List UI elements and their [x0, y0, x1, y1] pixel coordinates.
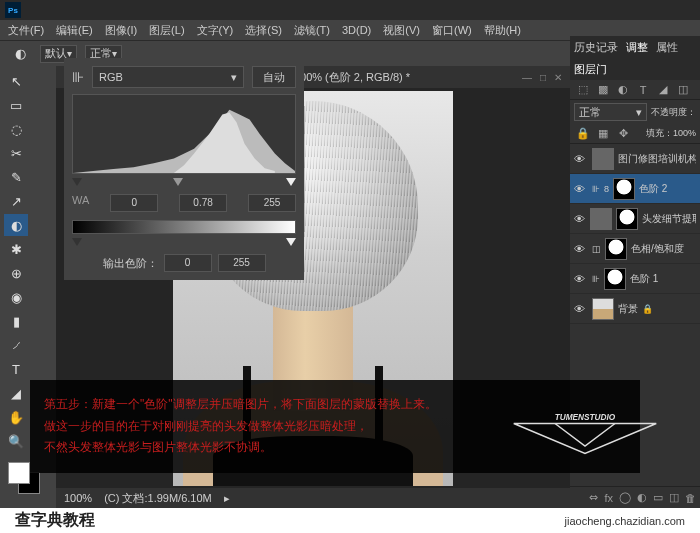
output-white-slider[interactable] [286, 238, 296, 246]
black-input[interactable]: 0 [110, 194, 158, 212]
gradient-tool[interactable]: ▮ [4, 310, 28, 332]
layer-name[interactable]: 头发细节提取 [642, 212, 696, 226]
auto-button[interactable]: 自动 [252, 66, 296, 88]
lasso-tool[interactable]: ◌ [4, 118, 28, 140]
filter-smart-icon[interactable]: ◫ [674, 82, 692, 98]
gamma-input[interactable]: 0.78 [179, 194, 227, 212]
layer-name[interactable]: 背景 [618, 302, 638, 316]
layer-thumb[interactable] [590, 208, 612, 230]
channel-select[interactable]: RGB▾ [92, 66, 244, 88]
menu-layer[interactable]: 图层(L) [149, 23, 184, 38]
filter-type-icon[interactable]: ⬚ [574, 82, 592, 98]
dodge-tool[interactable]: ◐ [4, 214, 28, 236]
shape-tool[interactable]: ◢ [4, 382, 28, 404]
black-point-slider[interactable] [72, 178, 82, 186]
tab-history[interactable]: 历史记录 [574, 40, 618, 55]
layers-panel-tabs: 图层门 [570, 58, 700, 80]
layer-row[interactable]: 👁 图门修图培训机构 [570, 144, 700, 174]
adjustment-icon[interactable]: ◐ [637, 491, 647, 504]
layer-blend-select[interactable]: 正常▾ [574, 103, 647, 121]
adj-icon: ⊪ [592, 184, 600, 194]
foreground-color[interactable] [8, 462, 30, 484]
zoom-tool[interactable]: 🔍 [4, 430, 28, 452]
new-layer-icon[interactable]: ◫ [669, 491, 679, 504]
output-black-input[interactable]: 0 [164, 254, 212, 272]
mask-thumb[interactable] [605, 238, 627, 260]
pen-tool[interactable]: ⟋ [4, 334, 28, 356]
output-white-input[interactable]: 255 [218, 254, 266, 272]
layer-name[interactable]: 色阶 1 [630, 272, 658, 286]
healing-tool[interactable]: ↗ [4, 190, 28, 212]
filter-adj-icon[interactable]: ◐ [614, 82, 632, 98]
link-icon[interactable]: ⇔ [589, 491, 598, 504]
layer-name[interactable]: 图门修图培训机构 [618, 152, 696, 166]
eraser-tool[interactable]: ◉ [4, 286, 28, 308]
crop-tool[interactable]: ✂ [4, 142, 28, 164]
filter-pixel-icon[interactable]: ▩ [594, 82, 612, 98]
layer-row[interactable]: 👁 ⊪ 8 色阶 2 [570, 174, 700, 204]
menu-type[interactable]: 文字(Y) [197, 23, 234, 38]
visibility-icon[interactable]: 👁 [574, 273, 588, 285]
layer-name[interactable]: 色相/饱和度 [631, 242, 684, 256]
minimize-icon[interactable]: — [522, 72, 532, 83]
move-tool[interactable]: ↖ [4, 70, 28, 92]
mask-thumb[interactable] [604, 268, 626, 290]
menu-select[interactable]: 选择(S) [245, 23, 282, 38]
layer-row[interactable]: 👁 头发细节提取 [570, 204, 700, 234]
marquee-tool[interactable]: ▭ [4, 94, 28, 116]
menu-edit[interactable]: 编辑(E) [56, 23, 93, 38]
visibility-icon[interactable]: 👁 [574, 243, 588, 255]
visibility-icon[interactable]: 👁 [574, 213, 586, 225]
trash-icon[interactable]: 🗑 [685, 492, 696, 504]
visibility-icon[interactable]: 👁 [574, 303, 588, 315]
menu-view[interactable]: 视图(V) [383, 23, 420, 38]
menu-image[interactable]: 图像(I) [105, 23, 137, 38]
output-black-slider[interactable] [72, 238, 82, 246]
tab-adjust[interactable]: 调整 [626, 40, 648, 55]
hand-tool[interactable]: ✋ [4, 406, 28, 428]
layer-row[interactable]: 👁 背景 🔒 [570, 294, 700, 324]
mask-icon[interactable]: ◯ [619, 491, 631, 504]
doc-info[interactable]: (C) 文档:1.99M/6.10M [104, 491, 212, 506]
lock-pos-icon[interactable]: ✥ [614, 126, 632, 142]
app-logo-icon: Ps [5, 2, 21, 18]
visibility-icon[interactable]: 👁 [574, 183, 588, 195]
link-icon[interactable]: 8 [604, 184, 609, 194]
type-tool[interactable]: T [4, 358, 28, 380]
close-icon[interactable]: ✕ [554, 72, 562, 83]
maximize-icon[interactable]: □ [540, 72, 546, 83]
menu-help[interactable]: 帮助(H) [484, 23, 521, 38]
lock-pixel-icon[interactable]: ▦ [594, 126, 612, 142]
layer-row[interactable]: 👁 ⊪ 色阶 1 [570, 264, 700, 294]
layer-thumb[interactable] [592, 148, 614, 170]
lock-icon[interactable]: 🔒 [574, 126, 592, 142]
tab-layers[interactable]: 图层门 [574, 62, 607, 77]
menu-filter[interactable]: 滤镜(T) [294, 23, 330, 38]
menu-3d[interactable]: 3D(D) [342, 24, 371, 36]
brush-tool[interactable]: ✱ [4, 238, 28, 260]
mask-thumb[interactable] [616, 208, 638, 230]
layer-row[interactable]: 👁 ◫ 色相/饱和度 [570, 234, 700, 264]
eyedropper-tool[interactable]: ✎ [4, 166, 28, 188]
menu-file[interactable]: 文件(F) [8, 23, 44, 38]
layer-name[interactable]: 色阶 2 [639, 182, 667, 196]
group-icon[interactable]: ▭ [653, 491, 663, 504]
stamp-tool[interactable]: ⊕ [4, 262, 28, 284]
visibility-icon[interactable]: 👁 [574, 153, 588, 165]
tab-prop[interactable]: 属性 [656, 40, 678, 55]
output-sliders[interactable] [72, 238, 296, 250]
chevron-right-icon[interactable]: ▸ [224, 492, 230, 505]
histogram [72, 94, 296, 174]
menu-window[interactable]: 窗口(W) [432, 23, 472, 38]
white-input[interactable]: 255 [248, 194, 296, 212]
fx-icon[interactable]: fx [604, 492, 613, 504]
gamma-slider[interactable] [173, 178, 183, 186]
filter-shape-icon[interactable]: ◢ [654, 82, 672, 98]
input-sliders[interactable] [72, 178, 296, 190]
white-point-slider[interactable] [286, 178, 296, 186]
zoom-level[interactable]: 100% [64, 492, 92, 504]
filter-text-icon[interactable]: T [634, 82, 652, 98]
watermark-logo: TUMENSTUDIO [510, 401, 660, 463]
mask-thumb[interactable] [613, 178, 635, 200]
layer-thumb[interactable] [592, 298, 614, 320]
